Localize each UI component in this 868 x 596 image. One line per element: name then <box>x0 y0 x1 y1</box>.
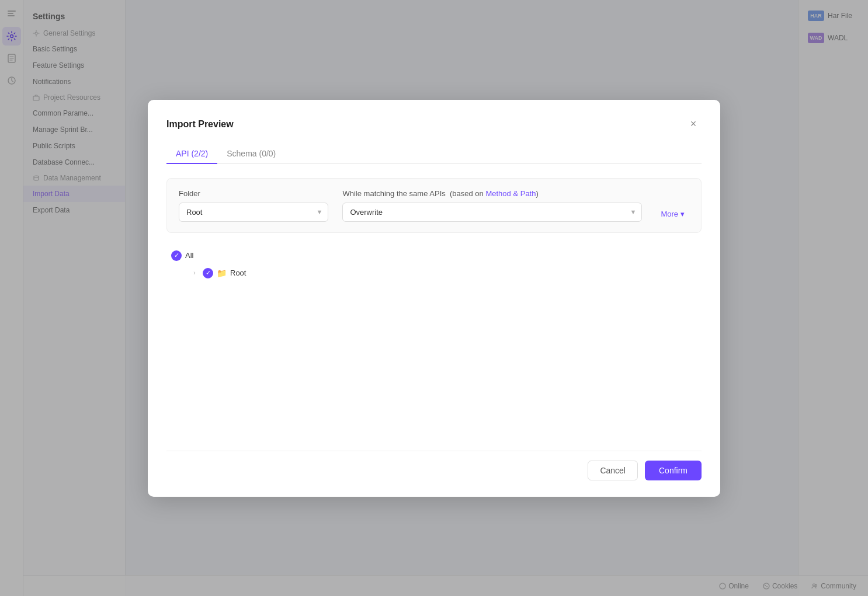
tree-item-all[interactable]: ✓ All <box>166 247 702 264</box>
more-chevron-icon: ▾ <box>680 210 685 218</box>
dialog-header: Import Preview × <box>166 116 702 133</box>
method-path-link[interactable]: Method & Path <box>485 189 536 198</box>
modal-overlay: Import Preview × API (2/2) Schema (0/0) … <box>0 0 868 596</box>
dialog-tabs: API (2/2) Schema (0/0) <box>166 144 702 164</box>
matching-select[interactable]: Overwrite Skip Merge <box>342 203 642 222</box>
root-label: Root <box>230 269 246 277</box>
folder-select[interactable]: Root <box>179 203 328 222</box>
all-label: All <box>185 251 193 260</box>
dialog-footer: Cancel Confirm <box>166 451 702 480</box>
dialog-content: Folder Root ▼ While matching the same AP… <box>166 178 702 437</box>
folder-select-wrapper: Root ▼ <box>179 203 328 222</box>
matching-select-wrapper: Overwrite Skip Merge ▼ <box>342 203 642 222</box>
tree-item-root[interactable]: › ✓ 📁 Root <box>185 264 702 282</box>
matching-label: While matching the same APIs (based on M… <box>342 189 642 198</box>
folder-label: Folder <box>179 189 328 198</box>
folder-icon: 📁 <box>217 269 227 278</box>
root-checkbox[interactable]: ✓ <box>203 268 213 278</box>
confirm-button[interactable]: Confirm <box>645 461 702 480</box>
folder-option-group: Folder Root ▼ <box>179 189 328 222</box>
more-button[interactable]: More ▾ <box>656 207 689 221</box>
close-button[interactable]: × <box>685 116 702 133</box>
tab-schema[interactable]: Schema (0/0) <box>217 144 285 164</box>
matching-option-group: While matching the same APIs (based on M… <box>342 189 642 222</box>
dialog-title: Import Preview <box>166 119 234 130</box>
options-row: Folder Root ▼ While matching the same AP… <box>166 178 702 233</box>
tree-child-root: › ✓ 📁 Root <box>185 264 702 282</box>
cancel-button[interactable]: Cancel <box>588 461 638 480</box>
import-preview-dialog: Import Preview × API (2/2) Schema (0/0) … <box>148 100 720 497</box>
tree-section: ✓ All › ✓ 📁 Root <box>166 247 702 437</box>
tab-api[interactable]: API (2/2) <box>166 144 217 164</box>
expand-root-icon[interactable]: › <box>190 269 199 278</box>
all-checkbox[interactable]: ✓ <box>171 250 182 261</box>
